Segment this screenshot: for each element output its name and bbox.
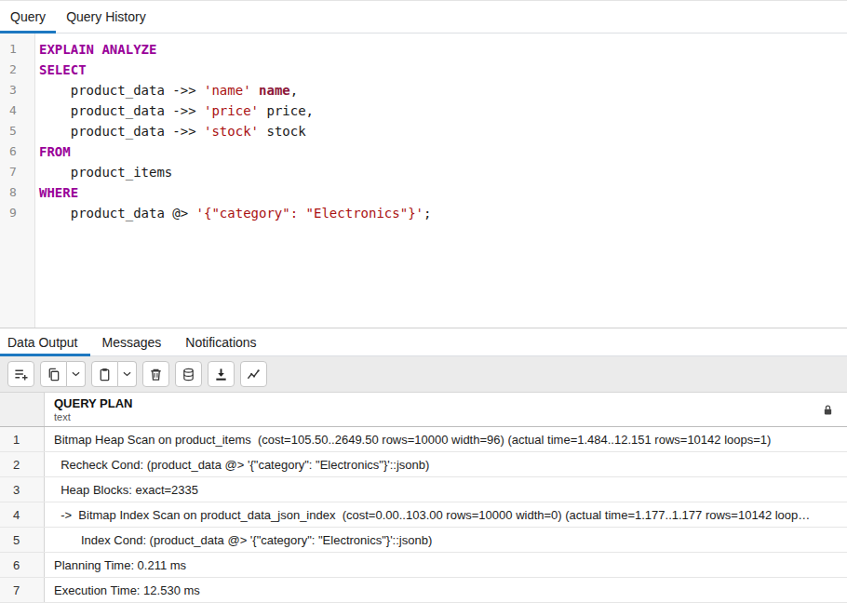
table-row[interactable]: 5 Index Cond: (product_data @> '{"catego… (0, 528, 847, 553)
code-area[interactable]: EXPLAIN ANALYZESELECT product_data ->> '… (35, 33, 847, 328)
code-line: FROM (39, 141, 847, 162)
add-row-button[interactable] (7, 361, 34, 387)
token-plain (251, 83, 259, 98)
table-row[interactable]: 4 -> Bitmap Index Scan on product_data_j… (0, 502, 847, 528)
line-number: 5 (0, 121, 34, 141)
token-kw: FROM (39, 144, 71, 159)
row-number[interactable]: 2 (0, 452, 45, 476)
results-rows: 1Bitmap Heap Scan on product_items (cost… (0, 427, 847, 603)
line-number: 1 (0, 39, 34, 60)
code-line: WHERE (39, 182, 847, 203)
row-number[interactable]: 4 (0, 502, 45, 527)
table-row[interactable]: 3 Heap Blocks: exact=2335 (0, 477, 847, 502)
chevron-down-icon (72, 371, 80, 377)
token-str: 'price' (204, 103, 259, 118)
token-kw: SELECT (39, 62, 87, 77)
sql-editor: 123456789 EXPLAIN ANALYZESELECT product_… (0, 33, 847, 328)
token-str: '{"category": "Electronics"}' (196, 206, 424, 221)
save-data-group (175, 361, 202, 387)
chart-group (240, 361, 267, 387)
grid-header-row: QUERY PLAN text (0, 393, 847, 427)
database-icon (182, 368, 195, 382)
column-name: QUERY PLAN (54, 396, 847, 411)
download-icon (214, 368, 228, 382)
pgadmin-query-tool: Query Query History 123456789 EXPLAIN AN… (0, 0, 847, 616)
query-plan-cell[interactable]: Heap Blocks: exact=2335 (45, 477, 847, 502)
token-str: 'stock' (204, 124, 259, 139)
paste-options-button[interactable] (118, 361, 137, 387)
table-row[interactable]: 6Planning Time: 0.211 ms (0, 553, 847, 578)
results-grid: QUERY PLAN text 1Bitmap Heap Scan on pro… (0, 393, 847, 603)
copy-options-button[interactable] (67, 361, 86, 387)
row-number[interactable]: 3 (0, 477, 45, 502)
add-row-icon (14, 368, 28, 382)
copy-icon (47, 368, 60, 382)
tab-data-output[interactable]: Data Output (0, 328, 90, 355)
line-number: 2 (0, 60, 34, 80)
tab-messages[interactable]: Messages (90, 328, 174, 355)
token-plain: ; (424, 206, 431, 221)
trash-icon (149, 368, 163, 382)
token-kw: WHERE (39, 185, 78, 200)
token-kw: EXPLAIN ANALYZE (39, 42, 156, 57)
graph-visualiser-button[interactable] (240, 361, 267, 387)
token-plain: , (290, 83, 298, 98)
token-plain: stock (259, 124, 306, 139)
token-name: name (259, 83, 290, 98)
row-number[interactable]: 5 (0, 528, 45, 552)
add-row-group (7, 361, 34, 387)
line-number: 3 (0, 80, 34, 100)
table-row[interactable]: 1Bitmap Heap Scan on product_items (cost… (0, 427, 847, 452)
copy-group (40, 361, 86, 387)
editor-tab-bar: Query Query History (0, 1, 847, 33)
token-plain: price, (259, 103, 314, 118)
query-plan-cell[interactable]: Execution Time: 12.530 ms (45, 578, 847, 602)
token-plain: product_data ->> (39, 124, 204, 139)
line-number: 4 (0, 100, 34, 121)
tab-notifications[interactable]: Notifications (173, 328, 268, 355)
paste-button[interactable] (91, 361, 118, 387)
download-group (208, 361, 235, 387)
token-plain: product_data ->> (39, 103, 204, 118)
code-line: EXPLAIN ANALYZE (39, 39, 847, 60)
query-plan-column-header[interactable]: QUERY PLAN text (45, 393, 847, 426)
query-plan-cell[interactable]: Recheck Cond: (product_data @> '{"catego… (45, 452, 847, 476)
token-plain: product_items (39, 165, 172, 180)
row-number[interactable]: 6 (0, 553, 45, 577)
tab-query[interactable]: Query (0, 1, 56, 33)
token-plain: product_data ->> (39, 83, 204, 98)
paste-group (91, 361, 137, 387)
query-plan-cell[interactable]: Index Cond: (product_data @> '{"category… (45, 528, 847, 552)
output-tab-bar: Data Output Messages Notifications (0, 328, 847, 356)
code-line: product_data @> '{"category": "Electroni… (39, 203, 847, 223)
data-output-toolbar (0, 356, 847, 393)
token-plain: product_data @> (39, 206, 196, 221)
line-number: 7 (0, 162, 34, 182)
table-row[interactable]: 7Execution Time: 12.530 ms (0, 578, 847, 603)
line-number: 8 (0, 182, 34, 203)
code-line: SELECT (39, 60, 847, 80)
query-plan-cell[interactable]: Planning Time: 0.211 ms (45, 553, 847, 577)
save-results-to-file-button[interactable] (208, 361, 235, 387)
row-number-header[interactable] (0, 393, 45, 426)
line-chart-icon (247, 368, 261, 382)
code-line: product_items (39, 162, 847, 182)
column-type: text (54, 411, 847, 423)
code-line: product_data ->> 'stock' stock (39, 121, 847, 141)
line-number: 6 (0, 141, 34, 162)
chevron-down-icon (123, 371, 131, 377)
delete-row-button[interactable] (142, 361, 169, 387)
line-number: 9 (0, 203, 34, 223)
lock-icon (822, 403, 834, 420)
row-number[interactable]: 7 (0, 578, 45, 602)
row-number[interactable]: 1 (0, 427, 45, 451)
tab-query-history[interactable]: Query History (56, 1, 156, 33)
code-line: product_data ->> 'price' price, (39, 100, 847, 121)
copy-button[interactable] (40, 361, 67, 387)
query-plan-cell[interactable]: -> Bitmap Index Scan on product_data_jso… (45, 502, 847, 527)
code-line: product_data ->> 'name' name, (39, 80, 847, 100)
query-plan-cell[interactable]: Bitmap Heap Scan on product_items (cost=… (45, 427, 847, 451)
table-row[interactable]: 2 Recheck Cond: (product_data @> '{"cate… (0, 452, 847, 477)
save-data-changes-button[interactable] (175, 361, 202, 387)
paste-icon (98, 368, 112, 382)
